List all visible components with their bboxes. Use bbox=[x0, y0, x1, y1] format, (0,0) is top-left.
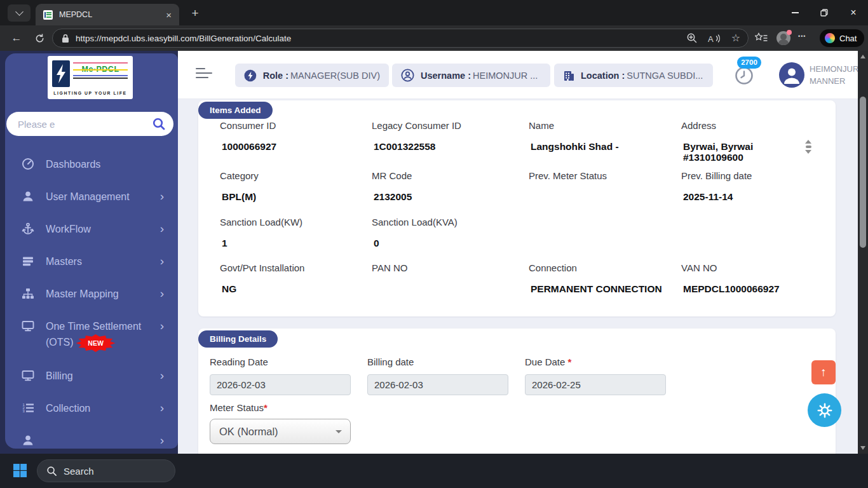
billing-details-section-title: Billing Details bbox=[198, 330, 278, 348]
select-arrow-icon bbox=[336, 430, 342, 437]
field-legacy-consumer-id: Legacy Consumer ID 1C001322558 bbox=[372, 120, 521, 152]
read-aloud-icon[interactable]: A bbox=[708, 33, 721, 44]
role-label: Role : bbox=[263, 71, 288, 81]
favorites-bar-icon[interactable] bbox=[755, 32, 768, 44]
role-value: MANAGER(SUB DIV) bbox=[290, 71, 380, 81]
username-chip: Username : HEIMONJUR ... bbox=[392, 64, 550, 87]
field-sanction-load-kw: Sanction Load(KW) 1 bbox=[220, 217, 369, 249]
minimize-button[interactable] bbox=[780, 0, 810, 25]
address-bar[interactable]: https://mepdcl.ubs.ieasybill.com/BillGen… bbox=[52, 29, 749, 48]
sidebar-item-collection[interactable]: 123 Collection › bbox=[5, 393, 178, 425]
field-pan-no: PAN NO bbox=[372, 262, 521, 283]
tab-close-icon[interactable]: × bbox=[166, 10, 172, 20]
chat-label: Chat bbox=[839, 34, 857, 43]
chevron-right-icon: › bbox=[160, 401, 164, 415]
sidebar-item-label: User Management bbox=[46, 189, 146, 205]
role-chip: Role : MANAGER(SUB DIV) bbox=[235, 64, 389, 87]
new-badge: NEW bbox=[76, 334, 116, 352]
server-icon bbox=[22, 255, 36, 270]
ordered-list-icon: 123 bbox=[22, 402, 36, 417]
start-button[interactable] bbox=[13, 463, 27, 480]
page-scrollbar[interactable] bbox=[858, 51, 868, 454]
refresh-button[interactable] bbox=[29, 28, 50, 48]
site-favicon bbox=[43, 10, 53, 20]
sidebar-item-partial[interactable]: › bbox=[5, 425, 178, 449]
sidebar-item-billing[interactable]: Billing › bbox=[5, 360, 178, 393]
restore-button[interactable] bbox=[810, 0, 839, 25]
minimize-icon bbox=[792, 12, 799, 13]
building-icon bbox=[563, 69, 574, 82]
billing-date-input[interactable] bbox=[367, 374, 508, 395]
lock-icon bbox=[62, 34, 69, 43]
scrollbar-down-icon[interactable] bbox=[860, 446, 865, 450]
zoom-icon[interactable] bbox=[686, 32, 698, 44]
address-spinner[interactable] bbox=[804, 140, 813, 154]
chevron-right-icon: › bbox=[160, 222, 164, 236]
close-button[interactable]: × bbox=[839, 0, 868, 25]
tab-list-button[interactable] bbox=[8, 4, 31, 22]
scrollbar-up-icon[interactable] bbox=[860, 55, 865, 58]
more-options-icon[interactable]: ••• bbox=[798, 33, 806, 39]
username-label: Username : bbox=[421, 71, 471, 81]
person-icon bbox=[779, 62, 804, 88]
field-mr-code: MR Code 2132005 bbox=[372, 170, 521, 203]
scroll-top-button[interactable]: ↑ bbox=[811, 360, 836, 384]
profile-name-line2: MANNER bbox=[810, 75, 858, 87]
monitor-icon bbox=[22, 369, 36, 384]
sidebar-item-label: Master Mapping bbox=[46, 287, 146, 302]
settings-fab[interactable] bbox=[808, 393, 841, 427]
spinner-down-icon[interactable] bbox=[805, 150, 811, 154]
search-label: Search bbox=[64, 466, 94, 477]
browser-titlebar: MEPDCL × + × bbox=[0, 0, 868, 25]
gear-icon bbox=[817, 402, 833, 419]
spinner-up-icon[interactable] bbox=[805, 140, 811, 144]
logo-bolt-icon bbox=[52, 60, 70, 87]
sidebar-item-master-mapping[interactable]: Master Mapping › bbox=[5, 278, 178, 311]
session-timer[interactable] bbox=[735, 66, 754, 88]
due-date-input[interactable] bbox=[525, 374, 666, 395]
up-arrow-icon: ↑ bbox=[820, 365, 827, 379]
back-button[interactable]: ← bbox=[6, 28, 27, 48]
copilot-chat-button[interactable]: Chat bbox=[820, 29, 864, 47]
svg-text:A: A bbox=[708, 34, 714, 44]
app-header: Role : MANAGER(SUB DIV) Username : HEIMO… bbox=[178, 51, 858, 99]
chevron-right-icon: › bbox=[160, 189, 164, 203]
url-text: https://mepdcl.ubs.ieasybill.com/BillGen… bbox=[76, 34, 676, 43]
sidebar-search-input[interactable] bbox=[6, 112, 173, 136]
browser-tab[interactable]: MEPDCL × bbox=[36, 4, 179, 25]
sidebar-item-label: Dashboards bbox=[46, 157, 146, 172]
clock-icon bbox=[735, 66, 754, 85]
taskbar: Search bbox=[0, 454, 868, 488]
chevron-right-icon: › bbox=[160, 433, 164, 447]
anchor-icon bbox=[22, 222, 36, 238]
chevron-right-icon: › bbox=[160, 319, 164, 333]
menu-toggle-button[interactable] bbox=[196, 68, 212, 81]
taskbar-search[interactable]: Search bbox=[37, 459, 175, 482]
reading-date-label: Reading Date bbox=[210, 356, 268, 367]
spinner-handle[interactable] bbox=[806, 146, 811, 148]
search-icon[interactable] bbox=[152, 117, 166, 133]
field-prev-meter-status: Prev. Meter Status bbox=[529, 170, 678, 191]
sidebar-item-dashboards[interactable]: Dashboards bbox=[5, 149, 178, 181]
new-tab-button[interactable]: + bbox=[187, 5, 203, 22]
profile-avatar-large[interactable] bbox=[779, 62, 804, 88]
field-connection: Connection PERMANENT CONNECTION bbox=[529, 262, 678, 295]
sidebar-item-user-management[interactable]: User Management › bbox=[5, 181, 178, 214]
sidebar-item-masters[interactable]: Masters › bbox=[5, 246, 178, 278]
favorite-star-icon[interactable]: ☆ bbox=[731, 33, 740, 43]
scrollbar-thumb[interactable] bbox=[860, 97, 866, 248]
sidebar-item-workflow[interactable]: WorkFlow › bbox=[5, 214, 178, 246]
sitemap-icon bbox=[22, 287, 36, 302]
meter-status-select[interactable]: OK (Normal) bbox=[210, 419, 351, 444]
user-circle-icon bbox=[401, 69, 414, 82]
location-value: SUTNGA SUBDI... bbox=[627, 71, 703, 81]
chevron-right-icon: › bbox=[160, 287, 164, 301]
tab-title: MEPDCL bbox=[59, 10, 166, 19]
chevron-down-icon bbox=[15, 8, 24, 16]
sidebar-item-one-time-settlement[interactable]: One Time Settlement (OTS)NEW › bbox=[5, 311, 178, 360]
sidebar-item-label: Masters bbox=[46, 254, 146, 269]
reading-date-input[interactable] bbox=[210, 374, 351, 395]
sidebar: Me-PDCL LIGHTING UP YOUR LIFE bbox=[0, 51, 178, 454]
notification-dot bbox=[787, 30, 792, 35]
sidebar-panel: Me-PDCL LIGHTING UP YOUR LIFE bbox=[5, 53, 178, 449]
